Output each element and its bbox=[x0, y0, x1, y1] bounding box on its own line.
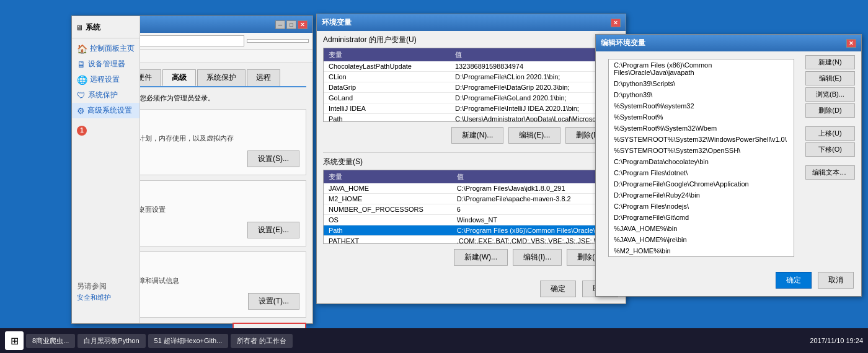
performance-settings-btn[interactable]: 设置(S)... bbox=[247, 150, 299, 167]
user-var-row[interactable]: IntelliJ IDEAD:\ProgrameFile\IntelliJ ID… bbox=[324, 103, 619, 114]
sidebar-item-label-advanced: 高级系统设置 bbox=[87, 105, 132, 116]
move-down-btn[interactable]: 下移(O) bbox=[805, 142, 855, 157]
user-vars-section: Administrator 的用户变量(U) 变量 值 ChocolateyLa… bbox=[317, 31, 626, 152]
edit-env-titlebar: 编辑环境变量 ✕ bbox=[596, 35, 861, 51]
sys-var-row[interactable]: OSWindows_NT bbox=[324, 215, 619, 225]
user-edit-btn[interactable]: 编辑(E)... bbox=[508, 127, 560, 144]
taskbar: ⊞ 8商业爬虫... 白月黑羽教Python 51 超详细Hexo+Gith..… bbox=[0, 328, 868, 353]
security-link[interactable]: 安全和维护 bbox=[77, 293, 135, 302]
edit-btn[interactable]: 编辑(E) bbox=[805, 71, 855, 85]
system-properties-window: 🖥 系统属性 ─ □ ✕ ← → ↑ b... 文件(F) 编辑(E) 🖥 系统 bbox=[71, 15, 313, 324]
sidebar-item-advanced[interactable]: ⚙ 高级系统设置 bbox=[72, 103, 140, 118]
sys-vars-label: 系统变量(S) bbox=[323, 157, 619, 167]
sidebar-item-protection[interactable]: 🛡 系统保护 bbox=[72, 87, 140, 103]
search-input[interactable] bbox=[247, 39, 309, 43]
user-vars-actions: 新建(N)... 编辑(E)... 删除(D) bbox=[323, 122, 619, 149]
env-list-item[interactable]: D:\ProgrameFile\Google\Chrome\Applicatio… bbox=[609, 178, 794, 190]
env-list-item[interactable]: D:\ProgrameFile\Go\bin bbox=[609, 256, 794, 257]
edit-env-titlebar-btns: ✕ bbox=[846, 39, 856, 48]
sys-edit-btn[interactable]: 编辑(I)... bbox=[513, 249, 562, 266]
env-list-item[interactable]: %JAVA_HOME%\jre\bin bbox=[609, 234, 794, 245]
taskbar-item-2[interactable]: 51 超详细Hexo+Gith... bbox=[148, 334, 229, 348]
env-list-item[interactable]: C:\Program Files\dotnet\ bbox=[609, 167, 794, 178]
sidebar-item-control-panel[interactable]: 🏠 控制面板主页 bbox=[72, 41, 140, 56]
env-vars-titlebar: 环境变量 ✕ bbox=[317, 14, 626, 31]
sidebar: 🖥 系统 🏠 控制面板主页 🖥 设备管理器 🌐 远程设置 🛡 系统保护 ⚙ bbox=[72, 16, 140, 323]
user-new-btn[interactable]: 新建(N)... bbox=[451, 127, 504, 144]
edit-env-cancel-btn[interactable]: 取消 bbox=[818, 272, 854, 289]
sys-var-row[interactable]: JAVA_HOMEC:\Program Files\Java\jdk1.8.0_… bbox=[324, 183, 619, 194]
see-also-label: 另请参阅 bbox=[77, 281, 135, 292]
sys-props-body: 🖥 系统 🏠 控制面板主页 🖥 设备管理器 🌐 远程设置 🛡 系统保护 ⚙ bbox=[72, 63, 312, 323]
taskbar-item-0[interactable]: 8商业爬虫... bbox=[26, 334, 75, 348]
user-var-row[interactable]: PathC:\Users\Administrator\AppData\Local… bbox=[324, 114, 619, 123]
sidebar-item-label-remote: 远程设置 bbox=[90, 74, 120, 85]
env-list-item[interactable]: D:\ProgrameFile\Ruby24\bin bbox=[609, 190, 794, 201]
move-up-btn[interactable]: 上移(U) bbox=[805, 126, 855, 141]
edit-env-ok-btn[interactable]: 确定 bbox=[776, 272, 812, 289]
sidebar-system-header: 🖥 系统 bbox=[72, 20, 140, 35]
sys-vars-actions: 新建(W)... 编辑(I)... 删除(L) bbox=[323, 244, 619, 271]
user-var-row[interactable]: CLionD:\ProgrameFile\CLion 2020.1\bin; bbox=[324, 72, 619, 82]
edit-env-title: 编辑环境变量 bbox=[601, 38, 645, 48]
sys-vars-section: 系统变量(S) 变量 值 JAVA_HOMEC:\Program Files\J… bbox=[317, 153, 626, 274]
close-button[interactable]: ✕ bbox=[298, 20, 308, 29]
env-list-item[interactable]: %SystemRoot%\System32\Wbem bbox=[609, 123, 794, 134]
taskbar-item-1[interactable]: 白月黑羽教Python bbox=[78, 334, 145, 348]
user-vars-table-wrap[interactable]: 变量 值 ChocolateyLastPathUpdate13238689159… bbox=[323, 48, 619, 122]
delete-btn[interactable]: 删除(D) bbox=[805, 103, 855, 118]
tab-advanced[interactable]: 高级 bbox=[162, 69, 196, 86]
sidebar-item-label-device: 设备管理器 bbox=[88, 59, 125, 69]
env-list-item[interactable]: %SystemRoot% bbox=[609, 111, 794, 123]
new-btn[interactable]: 新建(N) bbox=[805, 55, 855, 69]
tab-system-protection[interactable]: 系统保护 bbox=[197, 69, 246, 86]
edit-env-body: C:\Program Files (x86)\Common Files\Orac… bbox=[596, 51, 861, 264]
env-list-item[interactable]: C:\Program Files\nodejs\ bbox=[609, 201, 794, 212]
taskbar-item-3[interactable]: 所有者 的工作台 bbox=[231, 334, 293, 348]
env-list-item[interactable]: %SystemRoot%\system32 bbox=[609, 100, 794, 111]
start-button[interactable]: ⊞ bbox=[5, 331, 24, 350]
taskbar-time: 2017/11/10 19:24 bbox=[810, 337, 863, 344]
user-vars-label: Administrator 的用户变量(U) bbox=[323, 35, 619, 45]
sys-var-row[interactable]: M2_HOMED:\ProgrameFile\apache-maven-3.8.… bbox=[324, 194, 619, 204]
user-var-row[interactable]: GoLandD:\ProgrameFile\GoLand 2020.1\bin; bbox=[324, 93, 619, 103]
sys-var-row[interactable]: NUMBER_OF_PROCESSORS6 bbox=[324, 204, 619, 215]
env-ok-btn[interactable]: 确定 bbox=[540, 281, 576, 297]
tab-remote[interactable]: 远程 bbox=[247, 69, 280, 86]
env-list-item[interactable]: C:\Program Files (x86)\Common Files\Orac… bbox=[609, 59, 794, 78]
sys-new-btn[interactable]: 新建(W)... bbox=[454, 249, 508, 266]
env-vars-close-btn[interactable]: ✕ bbox=[611, 19, 621, 27]
maximize-button[interactable]: □ bbox=[286, 20, 296, 29]
sys-props-titlebar-btns: ─ □ ✕ bbox=[275, 20, 308, 29]
sidebar-item-label-control: 控制面板主页 bbox=[90, 43, 135, 54]
sidebar-item-remote[interactable]: 🌐 远程设置 bbox=[72, 72, 140, 87]
env-list-item[interactable]: D:\python39\Scripts\ bbox=[609, 78, 794, 89]
sidebar-item-device-manager[interactable]: 🖥 设备管理器 bbox=[72, 56, 140, 72]
edit-env-window: 编辑环境变量 ✕ C:\Program Files (x86)\Common F… bbox=[595, 34, 862, 297]
minimize-button[interactable]: ─ bbox=[275, 20, 285, 29]
advanced-icon: ⚙ bbox=[77, 106, 85, 116]
env-list-item[interactable]: %SYSTEMROOT%\System32\WindowsPowerShell\… bbox=[609, 134, 794, 145]
env-list-item[interactable]: %JAVA_HOME%\bin bbox=[609, 223, 794, 234]
edit-text-btn[interactable]: 编辑文本(T)... bbox=[805, 165, 855, 180]
sys-var-row[interactable]: PATHEXT.COM;.EXE;.BAT;.CMD;.VBS;.VBE;.JS… bbox=[324, 236, 619, 245]
sidebar-item-label-protection: 系统保护 bbox=[88, 90, 118, 100]
user-var-row[interactable]: DataGripD:\ProgrameFile\DataGrip 2020.3\… bbox=[324, 82, 619, 93]
browse-btn[interactable]: 浏览(B)... bbox=[805, 87, 855, 102]
badge-1-container: 1 bbox=[72, 123, 140, 138]
env-list-item[interactable]: %M2_HOME%\bin bbox=[609, 245, 794, 256]
startup-settings-btn[interactable]: 设置(T)... bbox=[248, 293, 299, 310]
env-list-item[interactable]: %SYSTEMROOT%\System32\OpenSSH\ bbox=[609, 145, 794, 156]
user-profile-settings-btn[interactable]: 设置(E)... bbox=[247, 222, 299, 238]
env-list-item[interactable]: D:\python39\ bbox=[609, 89, 794, 100]
env-list-item[interactable]: D:\ProgrameFile\Git\cmd bbox=[609, 212, 794, 223]
sys-var-row[interactable]: PathC:\Program Files (x86)\Common Files\… bbox=[324, 225, 619, 236]
user-var-row[interactable]: ChocolateyLastPathUpdate1323868915988349… bbox=[324, 61, 619, 72]
edit-env-close-btn[interactable]: ✕ bbox=[846, 39, 856, 48]
edit-env-list-wrap[interactable]: C:\Program Files (x86)\Common Files\Orac… bbox=[608, 59, 794, 257]
env-vars-window: 环境变量 ✕ Administrator 的用户变量(U) 变量 值 Choco… bbox=[316, 14, 626, 304]
env-list-item[interactable]: C:\ProgramData\chocolatey\bin bbox=[609, 156, 794, 167]
sidebar-system-label: 系统 bbox=[86, 22, 100, 33]
env-vars-titlebar-btns: ✕ bbox=[611, 19, 621, 27]
sys-vars-table-wrap[interactable]: 变量 值 JAVA_HOMEC:\Program Files\Java\jdk1… bbox=[323, 170, 619, 244]
